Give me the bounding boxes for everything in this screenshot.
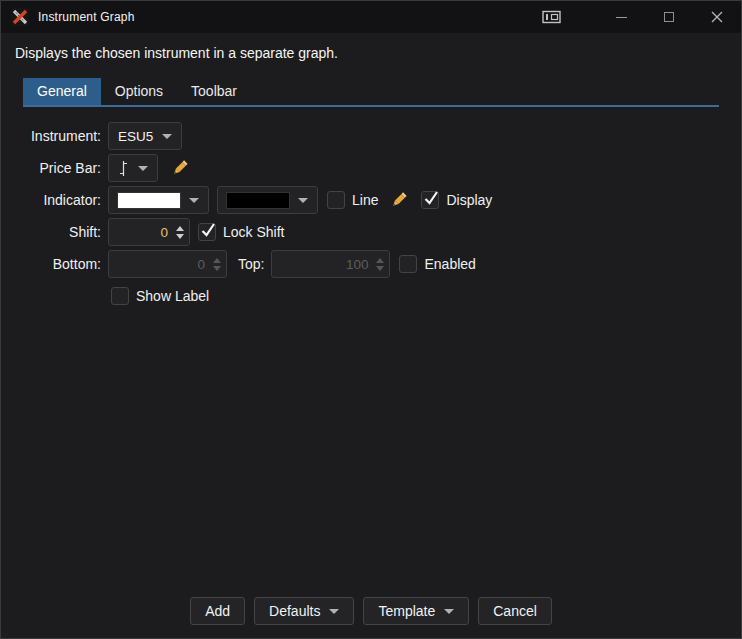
instrument-dropdown[interactable]: ESU5: [108, 122, 182, 150]
chevron-down-icon: [444, 609, 454, 614]
line-checkbox[interactable]: [327, 191, 345, 209]
instrument-value: ESU5: [118, 129, 153, 144]
shift-label: Shift:: [1, 224, 101, 240]
app-logo-icon: [11, 8, 29, 26]
spinner-down-icon: [213, 266, 221, 271]
enabled-checkbox[interactable]: [399, 255, 417, 273]
dock-window-icon: [542, 10, 562, 24]
shift-value: 0: [109, 225, 173, 240]
general-form: Instrument: ESU5 Price Bar:: [1, 122, 741, 314]
close-icon: [711, 11, 723, 23]
line-color-swatch: [227, 193, 289, 208]
instrument-graph-dialog: Instrument Graph Displays the chosen ins…: [0, 0, 742, 639]
bottom-label: Bottom:: [1, 256, 101, 272]
display-checkbox[interactable]: [421, 191, 439, 209]
instrument-row: Instrument: ESU5: [1, 122, 741, 150]
template-button[interactable]: Template: [363, 597, 469, 625]
price-bar-row: Price Bar:: [1, 154, 741, 182]
empty-space: [1, 314, 741, 597]
chevron-down-icon: [162, 134, 172, 139]
footer-button-bar: Add Defaults Template Cancel: [1, 597, 741, 625]
price-bar-label: Price Bar:: [1, 160, 101, 176]
indicator-line-color-dropdown[interactable]: [217, 186, 318, 214]
maximize-icon: [664, 12, 674, 22]
dialog-description: Displays the chosen instrument in a sepa…: [15, 45, 741, 61]
instrument-label: Instrument:: [1, 128, 101, 144]
tab-bar: General Options Toolbar: [23, 78, 719, 107]
spinner-up-icon: [176, 226, 184, 231]
fill-color-swatch: [118, 193, 180, 208]
maximize-button[interactable]: [645, 1, 693, 33]
defaults-button-label: Defaults: [269, 603, 320, 619]
window-title: Instrument Graph: [38, 10, 135, 24]
bottom-spinner[interactable]: 0: [108, 250, 227, 278]
add-button-label: Add: [205, 603, 230, 619]
top-label: Top:: [238, 256, 264, 272]
display-checkbox-label: Display: [446, 192, 492, 208]
show-label-row: Show Label: [1, 282, 741, 310]
tab-options[interactable]: Options: [101, 78, 177, 105]
tab-general[interactable]: General: [23, 78, 101, 105]
defaults-button[interactable]: Defaults: [254, 597, 354, 625]
title-bar: Instrument Graph: [1, 1, 741, 33]
chevron-down-icon: [298, 198, 308, 203]
show-label-checkbox[interactable]: [111, 287, 129, 305]
indicator-fill-color-dropdown[interactable]: [108, 186, 209, 214]
edit-price-bar-pencil-icon[interactable]: [170, 159, 189, 178]
show-label-checkbox-label: Show Label: [136, 288, 209, 304]
tab-toolbar[interactable]: Toolbar: [177, 78, 251, 105]
indicator-row: Indicator: Line: [1, 186, 741, 214]
spinner-down-icon: [176, 234, 184, 239]
chevron-down-icon: [189, 198, 199, 203]
chevron-down-icon: [138, 166, 148, 171]
chevron-down-icon: [329, 609, 339, 614]
add-button[interactable]: Add: [190, 597, 245, 625]
spinner-arrows[interactable]: [173, 226, 189, 239]
template-button-label: Template: [378, 603, 435, 619]
shift-row: Shift: 0 Lock Shift: [1, 218, 741, 246]
minimize-button[interactable]: [597, 1, 645, 33]
close-button[interactable]: [693, 1, 741, 33]
price-bar-icon: [118, 160, 129, 177]
bounds-row: Bottom: 0 Top: 100 Enabled: [1, 250, 741, 278]
cancel-button[interactable]: Cancel: [478, 597, 552, 625]
edit-line-pencil-icon[interactable]: [389, 191, 408, 210]
spinner-up-icon: [376, 258, 384, 263]
spinner-arrows[interactable]: [373, 258, 389, 271]
shift-spinner[interactable]: 0: [108, 218, 190, 246]
indicator-label: Indicator:: [1, 192, 101, 208]
top-value: 100: [272, 257, 373, 272]
cancel-button-label: Cancel: [493, 603, 537, 619]
line-checkbox-label: Line: [352, 192, 378, 208]
spinner-arrows[interactable]: [210, 258, 226, 271]
top-spinner[interactable]: 100: [271, 250, 390, 278]
lock-shift-checkbox[interactable]: [198, 223, 216, 241]
spinner-up-icon: [213, 258, 221, 263]
price-bar-dropdown[interactable]: [108, 154, 158, 182]
enabled-checkbox-label: Enabled: [424, 256, 475, 272]
spinner-down-icon: [376, 266, 384, 271]
minimize-icon: [616, 17, 627, 18]
bottom-value: 0: [109, 257, 210, 272]
lock-shift-label: Lock Shift: [223, 224, 284, 240]
dock-window-button[interactable]: [531, 1, 573, 33]
